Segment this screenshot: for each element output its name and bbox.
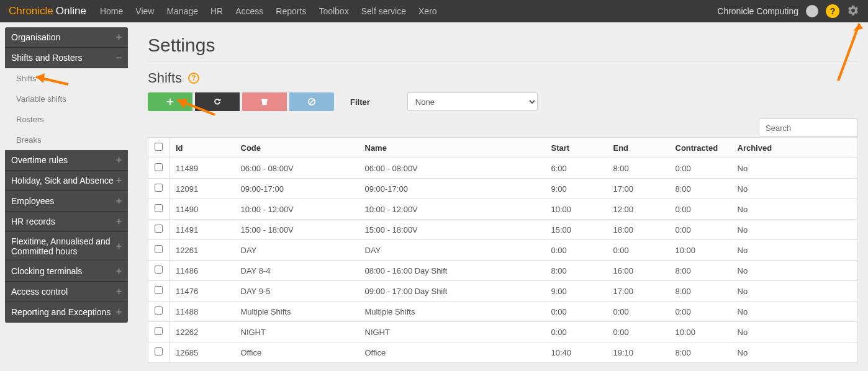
cell-id: 11488 — [170, 302, 235, 322]
cell-id: 12685 — [170, 342, 235, 363]
cell-end: 0:00 — [607, 240, 669, 261]
sidebar-item-hr-records[interactable]: HR records+ — [5, 212, 128, 232]
sidebar-label: Clocking terminals — [11, 266, 82, 276]
col-archived[interactable]: Archived — [731, 138, 858, 158]
main-content: Settings Shifts ? Filter None Id Code — [128, 22, 868, 371]
table-row[interactable]: 1149010:00 - 12:00V10:00 - 12:00V10:0012… — [148, 199, 858, 220]
cell-end: 0:00 — [607, 302, 669, 322]
nav-right: Chronicle Computing ? — [717, 4, 859, 19]
sidebar-item-overtime[interactable]: Overtime rules+ — [5, 150, 128, 171]
cell-id: 11489 — [170, 158, 235, 179]
add-button[interactable] — [148, 92, 192, 111]
sidebar-label: Holiday, Sick and Absence — [11, 176, 114, 186]
sidebar-sub-variable-shifts[interactable]: Variable shifts — [5, 89, 128, 109]
table-row[interactable]: 12685OfficeOffice10:4019:108:00No — [148, 342, 858, 363]
cell-start: 6:00 — [545, 158, 607, 179]
col-contracted[interactable]: Contracted — [669, 138, 731, 158]
brand-part2: Online — [56, 5, 86, 17]
sidebar-label: Employees — [11, 196, 54, 206]
search-container — [759, 118, 858, 137]
cell-contracted: 8:00 — [669, 342, 731, 363]
nav-selfservice[interactable]: Self service — [361, 6, 406, 16]
col-start[interactable]: Start — [545, 138, 607, 158]
nav-toolbox[interactable]: Toolbox — [319, 6, 348, 16]
nav-home[interactable]: Home — [100, 6, 123, 16]
row-checkbox[interactable] — [155, 245, 163, 253]
table-row[interactable]: 11476DAY 9-509:00 - 17:00 Day Shift9:001… — [148, 281, 858, 302]
row-checkbox-cell — [148, 179, 170, 199]
sidebar-item-employees[interactable]: Employees+ — [5, 191, 128, 212]
cell-contracted: 8:00 — [669, 179, 731, 199]
avatar-icon[interactable] — [806, 5, 818, 17]
table-row[interactable]: 12262NIGHTNIGHT0:000:0010:00No — [148, 322, 858, 342]
row-checkbox[interactable] — [155, 204, 163, 212]
sidebar-label: Overtime rules — [11, 155, 68, 165]
col-name[interactable]: Name — [359, 138, 545, 158]
nav-reports[interactable]: Reports — [276, 6, 306, 16]
sidebar-sub-rosters[interactable]: Rosters — [5, 109, 128, 130]
toolbar: Filter None — [148, 92, 858, 111]
cell-id: 12261 — [170, 240, 235, 261]
cell-contracted: 0:00 — [669, 220, 731, 240]
cell-id: 12262 — [170, 322, 235, 342]
row-checkbox-cell — [148, 240, 170, 261]
row-checkbox[interactable] — [155, 306, 163, 315]
disable-button[interactable] — [289, 92, 334, 111]
sidebar-item-access-control[interactable]: Access control+ — [5, 282, 128, 302]
sidebar-item-reporting[interactable]: Reporting and Exceptions+ — [5, 302, 128, 323]
cell-contracted: 10:00 — [669, 240, 731, 261]
sidebar-item-clocking[interactable]: Clocking terminals+ — [5, 261, 128, 282]
filter-select[interactable]: None — [407, 92, 538, 111]
cell-contracted: 0:00 — [669, 302, 731, 322]
col-id[interactable]: Id — [170, 138, 235, 158]
nav-access[interactable]: Access — [235, 6, 263, 16]
row-checkbox[interactable] — [155, 163, 163, 171]
row-checkbox[interactable] — [155, 225, 163, 233]
account-name[interactable]: Chronicle Computing — [717, 6, 798, 16]
sidebar-item-flexitime[interactable]: Flexitime, Annualised and Committed hour… — [5, 232, 128, 261]
cell-name: 10:00 - 12:00V — [359, 199, 545, 220]
cell-end: 12:00 — [607, 199, 669, 220]
cell-start: 9:00 — [545, 179, 607, 199]
row-checkbox[interactable] — [155, 327, 163, 335]
table-row[interactable]: 1149115:00 - 18:00V15:00 - 18:00V15:0018… — [148, 220, 858, 240]
row-checkbox-cell — [148, 302, 170, 322]
row-checkbox[interactable] — [155, 347, 163, 355]
table-row[interactable]: 1209109:00-17:0009:00-17:009:0017:008:00… — [148, 179, 858, 199]
cell-archived: No — [731, 322, 858, 342]
col-code[interactable]: Code — [235, 138, 359, 158]
col-end[interactable]: End — [607, 138, 669, 158]
cell-archived: No — [731, 281, 858, 302]
select-all-checkbox[interactable] — [155, 143, 163, 151]
table-row[interactable]: 12261DAYDAY0:000:0010:00No — [148, 240, 858, 261]
cell-code: 09:00-17:00 — [235, 179, 359, 199]
nav-xero[interactable]: Xero — [418, 6, 437, 16]
gear-icon[interactable] — [847, 4, 859, 19]
sidebar-sub-shifts[interactable]: Shifts — [5, 68, 128, 89]
info-icon[interactable]: ? — [188, 73, 199, 84]
help-icon[interactable]: ? — [826, 4, 839, 18]
table-row[interactable]: 11488Multiple ShiftsMultiple Shifts0:000… — [148, 302, 858, 322]
sidebar-item-holiday[interactable]: Holiday, Sick and Absence+ — [5, 171, 128, 191]
sidebar-item-shifts-rosters[interactable]: Shifts and Rosters– — [5, 48, 128, 68]
delete-button[interactable] — [242, 92, 287, 111]
cell-start: 15:00 — [545, 220, 607, 240]
nav-hr[interactable]: HR — [210, 6, 223, 16]
sidebar-label: Flexitime, Annualised and Committed hour… — [11, 236, 116, 256]
sidebar-sub-breaks[interactable]: Breaks — [5, 130, 128, 150]
row-checkbox[interactable] — [155, 184, 163, 192]
table-row[interactable]: 1148906:00 - 08:00V06:00 - 08:00V6:008:0… — [148, 158, 858, 179]
search-input[interactable] — [759, 118, 858, 137]
cell-archived: No — [731, 261, 858, 281]
table-row[interactable]: 11486DAY 8-408:00 - 16:00 Day Shift8:001… — [148, 261, 858, 281]
row-checkbox-cell — [148, 220, 170, 240]
refresh-button[interactable] — [195, 92, 240, 111]
sidebar-item-organisation[interactable]: Organisation+ — [5, 27, 128, 48]
nav-view[interactable]: View — [135, 6, 154, 16]
row-checkbox[interactable] — [155, 266, 163, 274]
cell-id: 11476 — [170, 281, 235, 302]
cell-code: DAY 8-4 — [235, 261, 359, 281]
row-checkbox[interactable] — [155, 286, 163, 294]
nav-manage[interactable]: Manage — [166, 6, 198, 16]
expand-icon: + — [116, 241, 122, 252]
